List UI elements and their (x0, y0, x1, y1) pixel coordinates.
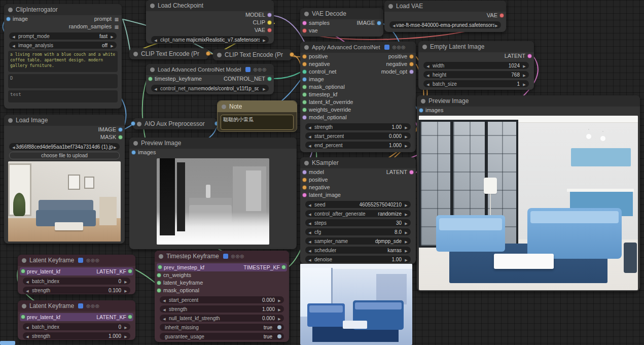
decrement-icon[interactable] (12, 43, 16, 48)
decrement-icon[interactable] (426, 72, 430, 78)
collapse-dot-icon[interactable] (388, 4, 393, 9)
node-header[interactable]: Timestep Keyframe ◎◎◎ (155, 251, 289, 262)
increment-icon[interactable] (110, 33, 114, 39)
input-slot-samples[interactable] (302, 21, 307, 25)
toggle-dot-icon[interactable] (277, 334, 281, 338)
input-slot-negative[interactable] (302, 185, 307, 190)
widget-height[interactable]: height 768 (423, 71, 529, 78)
output-slot-image[interactable] (118, 127, 123, 132)
node-load-advanced-controlnet[interactable]: Load Advanced ControlNet Model ◎◎◎ times… (146, 64, 274, 94)
increment-icon[interactable] (522, 81, 526, 87)
input-slot-positive[interactable] (302, 54, 307, 59)
decrement-icon[interactable] (162, 306, 166, 312)
output-slot-latent-kf[interactable] (128, 269, 132, 273)
collapse-dot-icon[interactable] (304, 12, 309, 16)
widget-control-net-name[interactable]: control_net_name models/control_v11f1p_s… (151, 85, 269, 92)
decrement-icon[interactable] (426, 81, 430, 87)
decrement-icon[interactable] (25, 288, 29, 293)
decrement-icon[interactable] (162, 297, 166, 303)
input-slot-positive[interactable] (302, 178, 307, 182)
node-header[interactable]: Load Advanced ControlNet Model ◎◎◎ (146, 64, 274, 75)
decrement-icon[interactable] (25, 279, 29, 284)
decrement-icon[interactable] (25, 333, 29, 339)
text-output-icon[interactable] (114, 23, 119, 31)
input-slot-negative[interactable] (302, 62, 307, 66)
collapse-dot-icon[interactable] (150, 4, 155, 8)
widget-strength[interactable]: strength 1.000 (23, 332, 130, 339)
output-slot-positive[interactable] (409, 54, 414, 59)
convert-icon[interactable] (245, 67, 251, 72)
input-slot-timestep-keyframe[interactable] (148, 77, 153, 81)
decrement-icon[interactable] (154, 37, 158, 43)
increment-icon[interactable] (404, 143, 408, 148)
collapse-dot-icon[interactable] (8, 8, 13, 12)
increment-icon[interactable] (124, 333, 128, 339)
widget-width[interactable]: width 1024 (423, 62, 529, 69)
decrement-icon[interactable] (308, 124, 312, 130)
increment-icon[interactable] (277, 297, 281, 303)
widget-start-percent[interactable]: start_percent 0.000 (305, 132, 411, 140)
node-ksampler[interactable]: KSampler model LATENT positive negative … (300, 157, 416, 264)
increment-icon[interactable] (277, 306, 281, 312)
node-clip-text-encode-1[interactable]: CLIP Text Encode (Pr (129, 48, 208, 59)
widget-scheduler[interactable]: scheduler karras (305, 247, 411, 254)
collapse-dot-icon[interactable] (8, 118, 13, 123)
output-slot-model[interactable] (267, 13, 272, 17)
convert-icon[interactable] (78, 258, 83, 263)
node-header[interactable]: Preview Image (417, 95, 640, 107)
node-timestep-keyframe[interactable]: Timestep Keyframe ◎◎◎ prev_timestep_kf T… (155, 251, 289, 342)
input-slot-prev-timestep-kf[interactable] (158, 265, 162, 269)
widget-strength[interactable]: strength 1.00 (305, 123, 411, 130)
output-slot-negative[interactable] (409, 62, 414, 66)
output-slot-conditioning[interactable] (290, 52, 294, 57)
node-header[interactable]: Latent Keyframe ◎◎◎ (18, 300, 135, 312)
widget-null-latent-kf-strength[interactable]: null_latent_kf_strength 0.000 (160, 315, 284, 322)
input-slot-latent-kf-override[interactable] (302, 100, 307, 105)
convert-icon[interactable] (78, 303, 83, 308)
increment-icon[interactable] (113, 144, 117, 150)
input-slot-prev-latent-kf[interactable] (21, 315, 25, 319)
node-load-vae[interactable]: Load VAE VAE vae-ft-mse-840000-ema-prune… (384, 1, 506, 32)
node-header[interactable]: Load Checkpoint (146, 0, 274, 11)
increment-icon[interactable] (404, 220, 408, 226)
increment-icon[interactable] (404, 238, 408, 244)
node-header[interactable]: VAE Decode (300, 8, 383, 19)
widget-inherit-missing[interactable]: inherit_missing true (160, 324, 284, 331)
widget-image-file[interactable]: 3d66f88ced4de95aa1bef734a7314d6 (1).jpeg (9, 143, 120, 150)
increment-icon[interactable] (404, 248, 408, 253)
widget-end-percent[interactable]: end_percent 1.000 (305, 142, 411, 149)
input-slot-image[interactable] (302, 77, 307, 82)
collapse-dot-icon[interactable] (22, 304, 26, 308)
increment-icon[interactable] (124, 288, 128, 293)
node-header[interactable]: KSampler (300, 157, 416, 168)
widget-seed[interactable]: seed 460552575040210 (305, 201, 411, 208)
decrement-icon[interactable] (154, 86, 158, 91)
node-header[interactable]: Note (218, 101, 297, 112)
decrement-icon[interactable] (162, 316, 166, 321)
widget-cfg[interactable]: cfg 8.0 (305, 228, 411, 235)
widget-control-after-generate[interactable]: control_after_generate randomize (305, 210, 411, 217)
output-slot-latent[interactable] (409, 170, 414, 175)
widget-vae-name[interactable]: vae-ft-mse-840000-ema-pruned.safetensors (389, 21, 501, 28)
node-apply-advanced-controlnet[interactable]: Apply Advanced ControlNet ◎◎◎ positive p… (300, 42, 416, 152)
node-header[interactable]: Preview Image (129, 137, 297, 149)
node-note[interactable]: Note 聪聪的小雷瓜 (217, 100, 297, 132)
input-slot-prev-latent-kf[interactable] (21, 269, 25, 273)
node-header[interactable]: Latent Keyframe ◎◎◎ (18, 255, 135, 266)
input-slot-images[interactable] (419, 108, 423, 113)
input-slot-images[interactable] (131, 150, 136, 155)
input-slot-image[interactable] (6, 17, 11, 21)
increment-icon[interactable] (522, 63, 526, 68)
increment-icon[interactable] (124, 324, 128, 330)
node-load-checkpoint[interactable]: Load Checkpoint MODEL CLIP VAE ckpt_name… (146, 0, 274, 44)
collapse-dot-icon[interactable] (304, 45, 309, 50)
input-slot-mask-optional[interactable] (157, 288, 161, 293)
input-slot-control-net[interactable] (302, 70, 307, 74)
widget-steps[interactable]: steps 30 (305, 219, 411, 226)
collapse-dot-icon[interactable] (137, 122, 141, 126)
output-slot-control-net[interactable] (267, 77, 272, 81)
collapse-dot-icon[interactable] (421, 99, 425, 104)
textarea-secondary[interactable]: D (8, 74, 118, 88)
output-slot-mask[interactable] (118, 135, 123, 140)
node-header[interactable]: CLIP Text Encode (Pr (129, 48, 208, 59)
